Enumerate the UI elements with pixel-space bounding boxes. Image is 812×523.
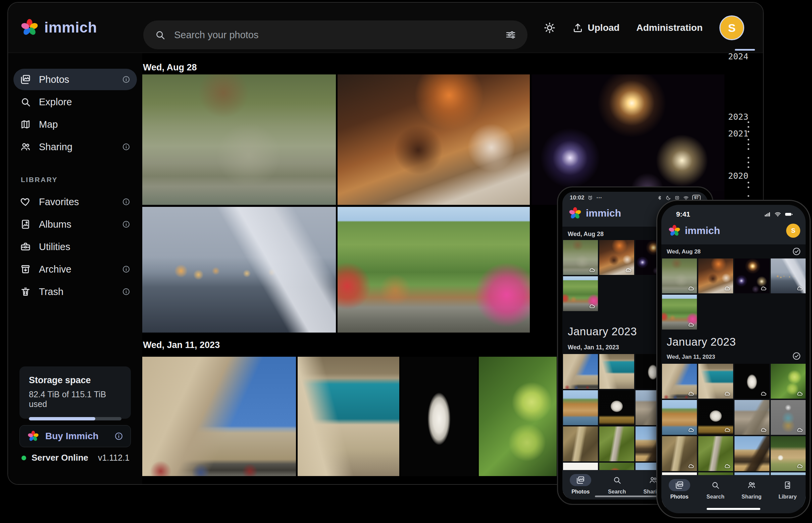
scrubber-year: 2023 — [728, 112, 748, 122]
theme-toggle-button[interactable] — [543, 22, 556, 34]
app-logo[interactable]: immich — [20, 18, 97, 37]
buy-immich-button[interactable]: Buy Immich — [19, 425, 131, 447]
photo-holding-hands-at-dusk[interactable] — [142, 207, 336, 332]
tablet-app-logo: immich — [568, 206, 621, 220]
cloud-backup-icon — [688, 321, 695, 328]
photo-marble-sculpture[interactable] — [698, 400, 733, 435]
cloud-backup-icon — [688, 463, 695, 469]
photo-beach-cliff[interactable] — [662, 400, 697, 435]
heart-icon — [20, 196, 31, 207]
photo-town-tower[interactable] — [735, 436, 770, 471]
date-group-header: Wed, Jan 11, 2023 — [568, 344, 619, 351]
photo-lizard-on-moss[interactable] — [698, 436, 733, 471]
nav-sharing[interactable]: Sharing — [741, 475, 762, 500]
photo-alpine-farm[interactable] — [771, 436, 806, 471]
photos-icon — [20, 74, 31, 85]
photo-green-berry-plant[interactable] — [771, 364, 806, 399]
info-icon[interactable] — [122, 288, 130, 296]
info-icon[interactable] — [122, 265, 130, 273]
sidebar-item-albums[interactable]: Albums — [13, 214, 137, 235]
photo-fortress-wall-with-cars[interactable] — [662, 364, 697, 399]
nav-search[interactable]: Search — [606, 470, 628, 495]
photo-lizard-on-ground[interactable] — [662, 436, 697, 471]
administration-button[interactable]: Administration — [636, 22, 703, 33]
nav-label: Photos — [670, 494, 689, 500]
date-group-header: Wed, Aug 28 — [143, 62, 197, 73]
sidebar-item-map[interactable]: Map — [13, 114, 137, 135]
user-avatar[interactable]: S — [720, 15, 744, 40]
home-indicator[interactable] — [707, 508, 760, 510]
cloud-backup-icon — [724, 463, 731, 469]
photo-marble-sculpture[interactable] — [599, 390, 634, 425]
photos-icon — [675, 481, 684, 489]
photo-green-berry-plant[interactable] — [479, 357, 557, 476]
nav-photos[interactable]: Photos — [669, 475, 690, 500]
photo-fort-by-the-sea[interactable] — [698, 364, 733, 399]
cloud-backup-icon — [625, 267, 632, 273]
nav-photos[interactable]: Photos — [570, 470, 591, 495]
phone-app-logo: immich — [668, 224, 720, 237]
photo-autumn-park-path[interactable] — [563, 276, 598, 311]
photo-fort-by-the-sea[interactable] — [298, 357, 399, 476]
battery-icon — [784, 211, 794, 218]
photo-autumn-park-path[interactable] — [662, 295, 697, 329]
upload-button[interactable]: Upload — [572, 22, 620, 33]
sidebar-item-archive[interactable]: Archive — [13, 258, 137, 280]
photo-holding-hands-at-dusk[interactable] — [771, 258, 806, 293]
cloud-backup-icon — [589, 303, 596, 309]
wifi-icon — [774, 211, 781, 218]
administration-label: Administration — [636, 22, 703, 33]
photo-ruined-walls[interactable] — [735, 400, 770, 435]
sidebar-item-label: Utilities — [39, 241, 70, 252]
photo-autumn-dinner-table[interactable] — [599, 240, 634, 275]
phone-app-header: 9:41 immich ✓ S — [661, 205, 806, 245]
sidebar-item-photos[interactable]: Photos — [13, 69, 137, 90]
user-avatar[interactable]: S — [786, 223, 800, 238]
photo-monkeys-in-forest[interactable] — [563, 240, 598, 275]
nav-label: Search — [707, 494, 724, 500]
date-group-header: Wed, Aug 28 — [667, 249, 701, 255]
sidebar-item-utilities[interactable]: Utilities — [13, 236, 137, 257]
nav-library[interactable]: Library — [777, 475, 798, 500]
photo-monkeys-in-forest[interactable] — [662, 258, 697, 293]
sidebar-item-trash[interactable]: Trash — [13, 281, 137, 302]
select-all-icon[interactable] — [792, 352, 801, 360]
photo-monkeys-in-forest[interactable] — [142, 74, 336, 205]
photo-fort-by-the-sea[interactable] — [599, 354, 634, 389]
upload-label: Upload — [588, 22, 620, 33]
search-icon — [155, 30, 166, 40]
photo-fireworks[interactable] — [735, 258, 770, 293]
photo-ornate-ornament[interactable] — [771, 400, 806, 435]
photo-marble-bust[interactable] — [735, 364, 770, 399]
photo-fireworks[interactable] — [532, 74, 724, 205]
info-icon[interactable] — [122, 143, 130, 151]
select-all-icon[interactable] — [792, 247, 801, 256]
nav-search[interactable]: Search — [705, 475, 726, 500]
info-icon[interactable] — [122, 198, 130, 206]
photo-fortress-wall-with-cars[interactable] — [563, 354, 598, 389]
photo-autumn-dinner-table[interactable] — [338, 74, 530, 205]
sun-icon — [543, 22, 556, 34]
search-input[interactable]: Search your photos — [143, 20, 528, 49]
info-icon[interactable] — [122, 75, 130, 84]
sidebar-item-sharing[interactable]: Sharing — [13, 136, 137, 158]
photo-beach-cliff[interactable] — [563, 390, 598, 425]
search-placeholder: Search your photos — [174, 30, 497, 40]
storage-progress-fill — [29, 417, 95, 420]
photo-autumn-park-path[interactable] — [338, 207, 530, 332]
photo-autumn-dinner-table[interactable] — [698, 258, 733, 293]
immich-flower-icon — [568, 206, 582, 220]
info-icon[interactable] — [122, 220, 130, 228]
library-icon — [783, 481, 792, 489]
scrubber-handle[interactable] — [735, 49, 755, 51]
info-icon[interactable] — [115, 432, 123, 440]
sidebar-item-favorites[interactable]: Favorites — [13, 191, 137, 213]
photo-lizard-on-moss[interactable] — [599, 427, 634, 461]
photo-lizard-on-ground[interactable] — [563, 427, 598, 461]
cloud-backup-icon — [688, 390, 695, 397]
photo-fortress-wall-with-cars[interactable] — [142, 357, 296, 476]
photo-marble-bust[interactable] — [401, 357, 477, 476]
search-filter-icon[interactable] — [505, 30, 516, 40]
sidebar-item-explore[interactable]: Explore — [13, 91, 137, 113]
timeline-scrubber[interactable]: 2024 2023 2021 2020 — [728, 49, 763, 206]
